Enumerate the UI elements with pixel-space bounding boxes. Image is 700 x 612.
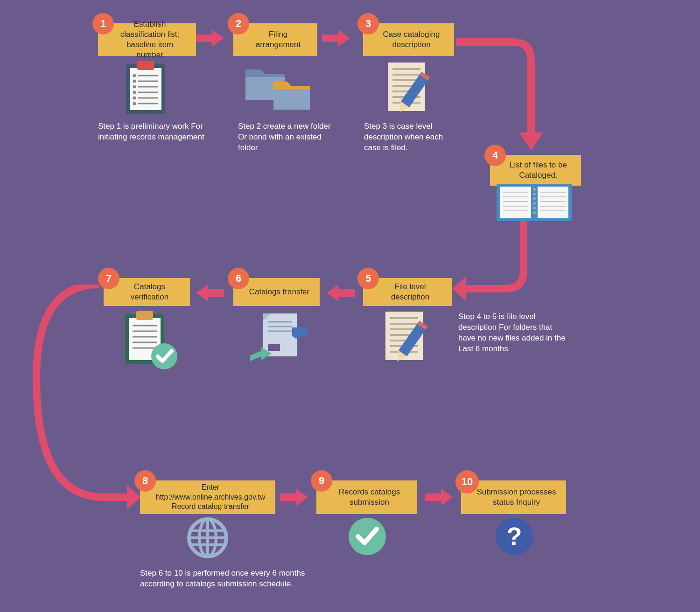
svg-point-16 <box>133 91 135 93</box>
arrow-8-9 <box>280 489 308 508</box>
step-10-title: Submission processes status Inquiry <box>475 487 558 508</box>
step-8-box: 8 Enter http://www.online.archives.gov.t… <box>140 480 275 514</box>
svg-marker-3 <box>196 285 224 301</box>
step-7-box: 7 Catalogs verification <box>104 278 190 306</box>
question-circle-icon: ? <box>495 517 534 558</box>
svg-text:?: ? <box>507 522 522 550</box>
svg-point-48 <box>533 197 536 200</box>
step-3-box: 3 Case cataloging description <box>363 23 454 56</box>
arrow-2-3 <box>322 30 350 49</box>
step-8-desc: Step 6 to 10 is performed once every 6 m… <box>140 568 308 590</box>
svg-marker-6 <box>425 489 453 506</box>
document-pencil-icon-2 <box>383 310 439 365</box>
svg-point-46 <box>533 188 536 191</box>
step-6-number: 6 <box>228 268 249 289</box>
step-8-number: 8 <box>134 470 156 492</box>
svg-point-49 <box>533 202 536 205</box>
svg-point-10 <box>133 75 135 76</box>
arrow-3-4 <box>456 30 550 153</box>
step-6-box: 6 Catalogs transfer <box>233 278 320 306</box>
svg-rect-35 <box>538 187 568 218</box>
arrow-9-10 <box>425 489 453 508</box>
step-3-title: Case cataloging description <box>377 29 446 50</box>
step-4-number: 4 <box>484 145 506 166</box>
svg-point-51 <box>533 211 536 214</box>
arrow-1-2 <box>196 30 224 49</box>
step-1-number: 1 <box>92 13 114 35</box>
svg-point-47 <box>533 193 536 195</box>
step-5-desc: Step 4 to 5 is file level description Fo… <box>458 312 570 355</box>
notebook-icon <box>495 182 574 226</box>
step-2-box: 2 Filing arrangement <box>233 23 317 56</box>
svg-point-18 <box>133 97 135 99</box>
svg-marker-5 <box>280 489 308 506</box>
step-1-box: 1 Establish classification list; baselin… <box>98 23 196 56</box>
step-5-title: File level description <box>377 282 443 302</box>
svg-rect-34 <box>500 187 531 218</box>
step-5-number: 5 <box>357 268 379 289</box>
step-7-title: Catalogs verification <box>118 282 182 302</box>
arrow-5-6 <box>327 285 355 303</box>
step-2-desc: Step 2 create a new folder Or bond with … <box>238 121 331 153</box>
step-10-box: 10 Submission processes status Inquiry <box>461 480 566 514</box>
step-6-title: Catalogs transfer <box>249 287 309 297</box>
svg-marker-1 <box>322 30 350 47</box>
step-2-number: 2 <box>228 13 249 35</box>
check-circle-icon <box>348 517 387 558</box>
svg-rect-72 <box>136 311 153 320</box>
clipboard-check-icon <box>121 310 182 372</box>
arrow-4-5 <box>453 212 546 310</box>
svg-rect-68 <box>268 344 280 351</box>
document-pencil-icon <box>385 61 441 116</box>
step-4-title: List of files to be Cataloged. <box>504 160 573 181</box>
step-9-number: 9 <box>311 470 332 492</box>
folders-icon <box>243 63 313 116</box>
svg-marker-2 <box>327 285 355 301</box>
svg-point-12 <box>133 80 135 82</box>
step-2-title: Filing arrangement <box>247 29 309 50</box>
step-1-title: Establish classification list; baseline … <box>112 19 188 60</box>
arrow-6-7 <box>196 285 224 303</box>
step-3-desc: Step 3 is case level description when ea… <box>364 121 457 153</box>
svg-rect-9 <box>137 61 154 70</box>
step-3-number: 3 <box>357 13 379 35</box>
step-9-title: Records catalogs submission <box>330 487 408 508</box>
step-10-number: 10 <box>455 470 479 494</box>
clipboard-icon <box>122 60 169 118</box>
step-7-number: 7 <box>98 268 119 289</box>
svg-marker-0 <box>196 30 224 47</box>
step-1-desc: Step 1 is preliminary work For initiatin… <box>98 121 210 143</box>
svg-point-50 <box>533 207 536 209</box>
step-8-title: Enter http://www.online.archives.gov.tw … <box>154 483 267 512</box>
globe-icon <box>187 517 229 561</box>
step-9-box: 9 Records catalogs submission <box>316 480 417 514</box>
step-5-box: 5 File level description <box>363 278 452 306</box>
transfer-icon <box>247 311 313 369</box>
svg-point-20 <box>133 103 135 104</box>
svg-point-14 <box>133 86 135 88</box>
step-4-box: 4 List of files to be Cataloged. <box>490 155 581 186</box>
